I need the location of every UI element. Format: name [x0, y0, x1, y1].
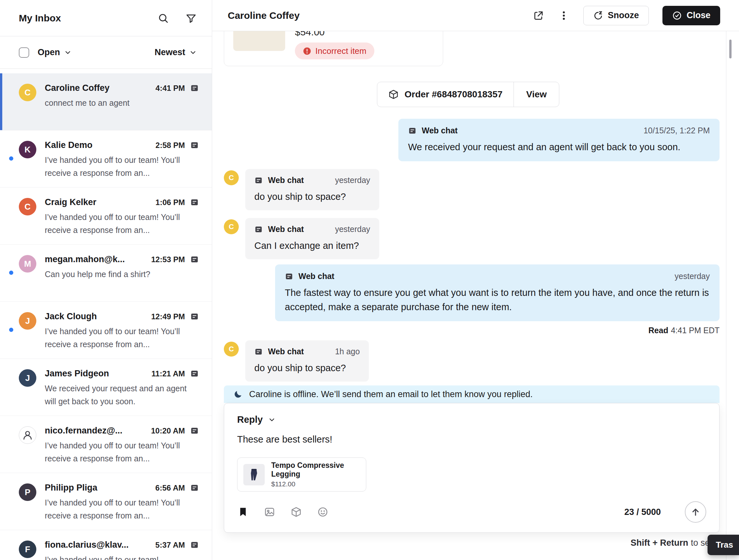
chevron-down-icon [268, 416, 276, 424]
sidebar-header: My Inbox [0, 0, 212, 36]
conversation-preview: We received your request and an agent wi… [45, 382, 199, 408]
avatar: J [19, 312, 36, 330]
conversation-preview: I’ve handed you off to our team! You’ll … [45, 496, 199, 522]
product-price: $54.00 [295, 31, 375, 38]
open-in-new-icon[interactable] [533, 10, 544, 21]
unread-dot [9, 328, 13, 332]
conversation-item-kalie[interactable]: K Kalie Demo 2:58 PM I’ve handed you off… [0, 130, 212, 187]
unread-dot [9, 271, 13, 275]
conversation-item-nico[interactable]: nico.fernandez@... 10:20 AM I’ve handed … [0, 416, 212, 473]
person-avatar-icon [19, 426, 36, 444]
kebab-menu-icon[interactable] [558, 10, 570, 21]
conversation-name: Kalie Demo [45, 140, 150, 150]
conversation-name: nico.fernandez@... [45, 426, 146, 436]
message-text: do you ship to space? [254, 189, 370, 204]
moon-icon [234, 390, 243, 399]
snooze-clock-icon [593, 11, 603, 20]
message-thread: $54.00 Incorrect item Order #68487080183… [212, 31, 739, 560]
channel-chat-icon [190, 369, 199, 378]
conversation-name: megan.mahon@k... [45, 254, 146, 264]
channel-label: Web chat [422, 126, 458, 135]
web-chat-icon [254, 176, 263, 185]
filter-icon[interactable] [185, 12, 197, 24]
check-circle-icon [672, 11, 682, 20]
order-chip: Order #6848708018357 View [377, 82, 559, 107]
close-button[interactable]: Close [662, 6, 720, 25]
product-thumbnail [243, 464, 265, 485]
avatar: P [19, 483, 36, 501]
web-chat-icon [254, 225, 263, 234]
product-image [233, 31, 285, 51]
status-filter-label: Open [38, 47, 60, 57]
web-chat-icon [254, 347, 263, 356]
avatar: C [19, 198, 36, 216]
conversation-preview: connect me to an agent [45, 96, 199, 109]
channel-chat-icon [190, 255, 199, 264]
sort-label: Newest [154, 47, 185, 57]
chevron-down-icon [64, 49, 72, 56]
web-chat-icon [285, 272, 293, 281]
inbox-title: My Inbox [19, 13, 157, 24]
order-label-section[interactable]: Order #6848708018357 [377, 82, 513, 107]
conversation-item-caroline[interactable]: C Caroline Coffey 4:41 PM connect me to … [0, 73, 212, 130]
customer-message: Web chat 1h ago do you ship to space? [245, 340, 369, 382]
order-view-button[interactable]: View [513, 82, 559, 107]
conversation-preview: I’ve handed you off to our team! You’ll … [45, 211, 199, 237]
customer-message: Web chat yesterday Can I exchange an ite… [245, 218, 379, 259]
leggings-image [247, 467, 261, 482]
channel-chat-icon [190, 312, 199, 321]
close-label: Close [687, 10, 711, 20]
product-issue-card[interactable]: $54.00 Incorrect item [224, 31, 443, 66]
list-filter-bar: Open Newest [0, 36, 212, 69]
avatar: J [19, 369, 36, 387]
send-shortcut-hint: Shift + Returnto send [224, 538, 720, 548]
conversation-time: 4:41 PM [155, 84, 185, 93]
arrow-up-icon [690, 507, 701, 517]
trash-tooltip: Tras [708, 535, 739, 555]
send-button[interactable] [685, 501, 706, 523]
conversation-item-megan[interactable]: M megan.mahon@k... 12:53 PM Can you help… [0, 245, 212, 302]
error-icon [303, 47, 311, 55]
conversation-time: 5:37 AM [155, 541, 185, 550]
image-attach-icon[interactable] [264, 506, 275, 518]
read-receipt: Read4:41 PM EDT [224, 326, 720, 335]
conversation-time: 12:53 PM [151, 255, 185, 264]
conversation-item-fiona[interactable]: F fiona.clarius@klav... 5:37 AM I’ve han… [0, 530, 212, 560]
conversation-name: Philipp Pliga [45, 483, 150, 493]
conversation-item-jack[interactable]: J Jack Clough 12:49 PM I’ve handed you o… [0, 302, 212, 359]
channel-chat-icon [190, 483, 199, 492]
conversation-time: 6:56 AM [155, 483, 185, 493]
reply-mode-label: Reply [237, 414, 263, 425]
macro-bookmark-icon[interactable] [237, 506, 249, 518]
agent-message: Web chat 10/15/25, 1:22 PM We received y… [398, 119, 720, 161]
avatar: K [19, 141, 36, 158]
conversation-item-philipp[interactable]: P Philipp Pliga 6:56 AM I’ve handed you … [0, 473, 212, 530]
conversation-preview: I’ve handed you off to our team! You’ll … [45, 439, 199, 465]
attached-product-card[interactable]: Tempo Compressive Legging $112.00 [237, 457, 366, 492]
reply-composer: Reply These are best sellers! Tempo Comp… [224, 403, 720, 533]
conversation-list: C Caroline Coffey 4:41 PM connect me to … [0, 69, 212, 560]
snooze-button[interactable]: Snooze [583, 6, 649, 25]
emoji-icon[interactable] [317, 506, 329, 518]
conversation-item-craig[interactable]: C Craig Kelker 1:06 PM I’ve handed you o… [0, 187, 212, 245]
conversation-preview: Can you help me find a shirt? [45, 268, 199, 281]
reply-input[interactable]: These are best sellers! [237, 434, 706, 447]
avatar: M [19, 255, 36, 273]
product-attach-icon[interactable] [290, 506, 302, 518]
message-text: do you ship to space? [254, 361, 360, 375]
reply-mode-dropdown[interactable]: Reply [237, 414, 276, 425]
select-all-checkbox[interactable] [19, 47, 29, 58]
conversation-name: Craig Kelker [45, 197, 150, 207]
message-time: 1h ago [335, 347, 360, 356]
conversation-name: Jack Clough [45, 311, 146, 321]
scrollbar-thumb[interactable] [729, 39, 732, 58]
conversation-name: fiona.clarius@klav... [45, 540, 150, 550]
search-icon[interactable] [157, 12, 169, 24]
message-text: Can I exchange an item? [254, 239, 370, 253]
channel-chat-icon [190, 541, 199, 549]
channel-chat-icon [190, 426, 199, 435]
sort-dropdown[interactable]: Newest [154, 47, 197, 57]
conversation-item-james[interactable]: J James Pidgeon 11:21 AM We received you… [0, 359, 212, 416]
message-text: We received your request and an agent wi… [408, 140, 710, 154]
status-filter-dropdown[interactable]: Open [38, 47, 72, 57]
